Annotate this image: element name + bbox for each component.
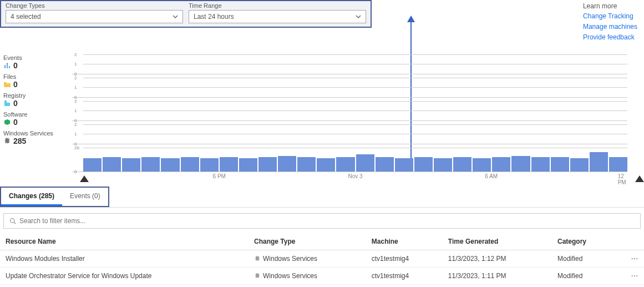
- row-actions-button[interactable]: ···: [615, 250, 644, 267]
- search-icon: [9, 218, 16, 224]
- chart-bar: [200, 158, 219, 172]
- chart-bar: [473, 158, 491, 172]
- legend-value: 285: [3, 137, 72, 145]
- mini-chart: 020: [72, 148, 627, 172]
- table-row[interactable]: Windows Modules Installer Windows Servic…: [0, 284, 644, 287]
- package-icon: [3, 118, 11, 126]
- gear-icon: [3, 137, 11, 145]
- cell-category: Modified: [552, 267, 615, 284]
- chart-bar: [590, 152, 608, 171]
- cell-machine: ctv1testmig4: [366, 284, 443, 287]
- cell-time-generated: 11/3/2023, 1:12 PM: [443, 250, 552, 267]
- legend-value: 0: [3, 80, 72, 89]
- tab-changes[interactable]: Changes (285): [1, 188, 62, 206]
- gear-icon: [254, 255, 261, 262]
- legend-value: 0: [3, 118, 72, 127]
- chart-bar: [83, 158, 102, 172]
- change-types-label: Change Types: [6, 2, 183, 9]
- svg-point-0: [11, 218, 15, 223]
- x-tick: 12 PM: [618, 173, 626, 185]
- filters-panel: Change Types 4 selected Time Range Last …: [0, 0, 372, 28]
- mini-chart: 012: [72, 54, 627, 74]
- legend-item[interactable]: Events 0: [3, 54, 72, 70]
- svg-line-1: [14, 222, 16, 224]
- cell-category: Modified: [552, 284, 615, 287]
- legend-value: 0: [3, 61, 72, 70]
- link-change-tracking[interactable]: Change Tracking: [583, 11, 637, 22]
- chart-bar: [356, 154, 374, 171]
- chart-bar: [297, 157, 316, 172]
- time-range-label: Time Range: [189, 2, 366, 9]
- range-handle-left[interactable]: [80, 175, 89, 182]
- learn-more-panel: Learn more Change Tracking Manage machin…: [583, 0, 644, 43]
- legend-item[interactable]: Software 0: [3, 111, 72, 127]
- legend-label: Events: [3, 54, 72, 61]
- legend-item[interactable]: Files 0: [3, 73, 72, 89]
- column-header[interactable]: Resource Name: [0, 233, 249, 250]
- column-header[interactable]: Category: [552, 233, 615, 250]
- cell-time-generated: 11/3/2023, 1:11 PM: [443, 267, 552, 284]
- tabs-bar: Changes (285) Events (0): [0, 187, 644, 208]
- chart-bar: [434, 158, 452, 172]
- table-row[interactable]: Windows Modules Installer Windows Servic…: [0, 250, 644, 267]
- column-header[interactable]: Change Type: [249, 233, 366, 250]
- range-handle-right[interactable]: [635, 175, 644, 182]
- chart-bar: [220, 157, 238, 172]
- cell-change-type: Windows Services: [249, 284, 366, 287]
- chart-bar: [395, 158, 413, 172]
- registry-icon: [3, 99, 11, 107]
- chart-bar: [511, 156, 530, 172]
- row-actions-button[interactable]: ···: [615, 267, 644, 284]
- mini-chart: 012: [72, 124, 627, 144]
- charts-column[interactable]: 0120120120120206 PMNov 36 AM12 PM: [72, 54, 644, 181]
- cell-resource-name: Windows Modules Installer: [0, 250, 249, 267]
- time-range-value: Last 24 hours: [194, 13, 234, 21]
- mini-chart: 012: [72, 78, 627, 98]
- legend-label: Registry: [3, 92, 72, 99]
- link-manage-machines[interactable]: Manage machines: [583, 22, 637, 32]
- chart-bar: [141, 157, 160, 172]
- legend-column: Events 0Files 0Registry 0Software 0Windo…: [0, 54, 72, 181]
- chart-bar: [570, 158, 589, 172]
- chart-bar: [453, 157, 471, 172]
- chart-bar: [122, 158, 140, 172]
- legend-item[interactable]: Windows Services 285: [3, 130, 72, 145]
- mini-chart: 012: [72, 101, 627, 121]
- cell-resource-name: Update Orchestrator Service for Windows …: [0, 267, 249, 284]
- table-row[interactable]: Update Orchestrator Service for Windows …: [0, 267, 644, 284]
- chart-bar: [317, 158, 335, 172]
- x-tick: 6 PM: [213, 173, 226, 179]
- chart-bar: [239, 158, 257, 172]
- chart-bar: [414, 157, 433, 172]
- folder-icon: [3, 80, 11, 88]
- cell-category: Modified: [552, 250, 615, 267]
- row-actions-button[interactable]: ···: [615, 284, 644, 287]
- search-input[interactable]: [19, 217, 635, 225]
- tab-events[interactable]: Events (0): [62, 188, 108, 206]
- legend-value: 0: [3, 99, 72, 108]
- chart-bar: [531, 157, 550, 172]
- chart-area: Events 0Files 0Registry 0Software 0Windo…: [0, 54, 644, 181]
- legend-item[interactable]: Registry 0: [3, 92, 72, 108]
- change-types-dropdown[interactable]: 4 selected: [6, 10, 183, 23]
- column-header[interactable]: Machine: [366, 233, 443, 250]
- x-tick: 6 AM: [485, 173, 498, 179]
- legend-label: Files: [3, 73, 72, 80]
- cell-change-type: Windows Services: [249, 250, 366, 267]
- chart-bar: [278, 156, 296, 172]
- cell-time-generated: 11/3/2023, 1:10 PM: [443, 284, 552, 287]
- legend-label: Windows Services: [3, 130, 72, 137]
- cell-machine: ctv1testmig4: [366, 250, 443, 267]
- link-provide-feedback[interactable]: Provide feedback: [583, 32, 637, 43]
- cell-change-type: Windows Services: [249, 267, 366, 284]
- x-axis: 6 PMNov 36 AM12 PM: [83, 172, 627, 181]
- cell-resource-name: Windows Modules Installer: [0, 284, 249, 287]
- time-range-dropdown[interactable]: Last 24 hours: [189, 10, 366, 23]
- column-header[interactable]: Time Generated: [443, 233, 552, 250]
- chart-bar: [492, 157, 510, 172]
- chart-bar: [376, 157, 394, 172]
- changes-table: Resource NameChange TypeMachineTime Gene…: [0, 233, 644, 287]
- chart-icon: [3, 62, 11, 69]
- filter-search-box[interactable]: [3, 213, 641, 229]
- chart-bar: [258, 157, 277, 172]
